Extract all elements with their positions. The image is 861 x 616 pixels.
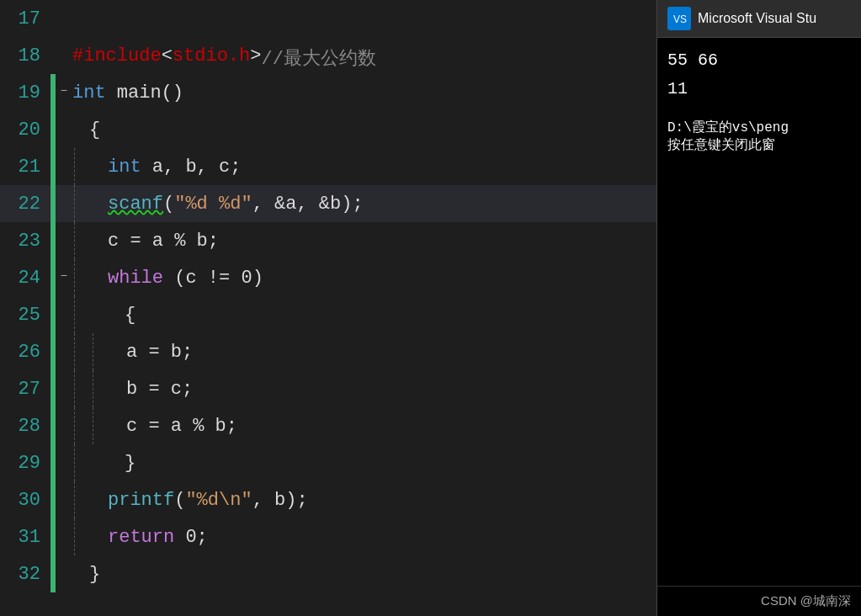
guide-empty — [108, 444, 125, 481]
svg-text:VS: VS — [673, 13, 687, 25]
collapse-placeholder — [56, 37, 72, 74]
table-row: 26 a = b; — [0, 333, 656, 370]
guide — [74, 148, 91, 185]
guide-empty — [72, 555, 89, 592]
console-output-line2: 11 — [667, 77, 851, 102]
console-output-line1: 55 66 — [667, 48, 851, 73]
code-area: 17 18 #include<stdio.h>//最大公约数 19 − int … — [0, 0, 656, 592]
table-row: 17 — [0, 0, 656, 37]
code-content-23: c = a % b; — [108, 222, 656, 259]
table-row: 20 { — [0, 111, 656, 148]
collapse-icon-19[interactable]: − — [56, 74, 72, 111]
include-file: stdio.h — [173, 45, 250, 66]
assign-a: a = b; — [126, 342, 193, 363]
console-panel: VS Microsoft Visual Stu 55 66 11 D:\霞宝的v… — [656, 0, 861, 616]
table-row: 18 #include<stdio.h>//最大公约数 — [0, 37, 656, 74]
line-number-31: 31 — [0, 518, 50, 555]
brace-open: { — [89, 119, 100, 141]
collapse-icon-24[interactable]: − — [56, 259, 72, 296]
collapse-placeholder — [56, 333, 72, 370]
console-footer: CSDN @城南深 — [657, 586, 861, 616]
line-number-29: 29 — [0, 444, 50, 481]
code-content-29: } — [125, 444, 656, 481]
assign-b: b = c; — [126, 379, 193, 400]
main-func: main() — [106, 82, 183, 104]
code-content-25: { — [125, 296, 656, 333]
scanf-func: scanf — [108, 194, 163, 215]
collapse-placeholder — [56, 370, 72, 407]
guide-empty — [109, 333, 126, 370]
guide — [74, 407, 91, 444]
guide-empty — [91, 481, 108, 518]
line-number-18: 18 — [0, 37, 50, 74]
code-editor: 17 18 #include<stdio.h>//最大公约数 19 − int … — [0, 0, 656, 616]
table-row: 22 scanf("%d %d", &a, &b); — [0, 185, 656, 222]
collapse-placeholder — [56, 296, 72, 333]
include-bracket: < — [162, 45, 173, 66]
guide-empty — [91, 444, 108, 481]
line-number-23: 23 — [0, 222, 50, 259]
console-path-text: D:\霞宝的vs\peng — [667, 120, 789, 135]
printf-paren: ( — [174, 490, 185, 511]
collapse-placeholder — [56, 148, 72, 185]
line-number-20: 20 — [0, 111, 50, 148]
guide — [74, 333, 91, 370]
code-content-27: b = c; — [126, 370, 656, 407]
code-content-28: c = a % b; — [126, 407, 656, 444]
console-prompt: 按任意键关闭此窗 — [667, 138, 775, 153]
brace-open2: { — [125, 305, 136, 326]
expr-c: c = a % b; — [108, 231, 219, 252]
include-keyword: #include — [72, 45, 162, 66]
table-row: 28 c = a % b; — [0, 407, 656, 444]
line-number-21: 21 — [0, 148, 50, 185]
line-number-30: 30 — [0, 481, 50, 518]
guide — [93, 370, 109, 407]
line-number-22: 22 — [0, 185, 50, 222]
while-cond: (c != 0) — [163, 268, 263, 289]
collapse-placeholder — [56, 0, 72, 37]
guide-empty — [91, 148, 108, 185]
table-row: 27 b = c; — [0, 370, 656, 407]
table-row: 30 printf("%d\n", b); — [0, 481, 656, 518]
printf-func: printf — [108, 490, 174, 511]
table-row: 23 c = a % b; — [0, 222, 656, 259]
guide — [74, 444, 91, 481]
guide-empty — [109, 407, 126, 444]
collapse-placeholder — [56, 481, 72, 518]
scanf-fmt: "%d %d" — [174, 194, 252, 215]
guide — [74, 518, 91, 555]
vs-icon: VS — [667, 7, 691, 30]
guide — [74, 370, 91, 407]
collapse-placeholder — [56, 111, 72, 148]
line-number-28: 28 — [0, 407, 50, 444]
collapse-placeholder — [56, 222, 72, 259]
code-content-31: return 0; — [108, 518, 656, 555]
include-bracket2: > — [250, 45, 261, 66]
guide — [93, 407, 109, 444]
brace-close2: } — [125, 453, 136, 474]
line-number-26: 26 — [0, 333, 50, 370]
code-content-17 — [72, 0, 656, 37]
comment: //最大公约数 — [261, 45, 375, 71]
guide-empty — [91, 518, 108, 555]
line-number-19: 19 — [0, 74, 50, 111]
console-title: Microsoft Visual Stu — [698, 11, 816, 26]
code-content-20: { — [89, 111, 656, 148]
line-number-27: 27 — [0, 370, 50, 407]
guide-empty — [91, 222, 108, 259]
vs-logo-icon: VS — [671, 10, 688, 27]
line-number-32: 32 — [0, 555, 50, 592]
table-row: 21 int a, b, c; — [0, 148, 656, 185]
return-val: 0; — [174, 527, 208, 548]
kw-int: int — [72, 82, 106, 104]
console-header: VS Microsoft Visual Stu — [657, 0, 861, 38]
line-number-25: 25 — [0, 296, 50, 333]
code-content-30: printf("%d\n", b); — [108, 481, 656, 518]
guide-empty — [91, 259, 108, 296]
guide-empty — [72, 111, 89, 148]
code-content-32: } — [89, 555, 656, 592]
guide — [74, 296, 91, 333]
table-row: 31 return 0; — [0, 518, 656, 555]
table-row: 25 { — [0, 296, 656, 333]
collapse-placeholder — [56, 444, 72, 481]
